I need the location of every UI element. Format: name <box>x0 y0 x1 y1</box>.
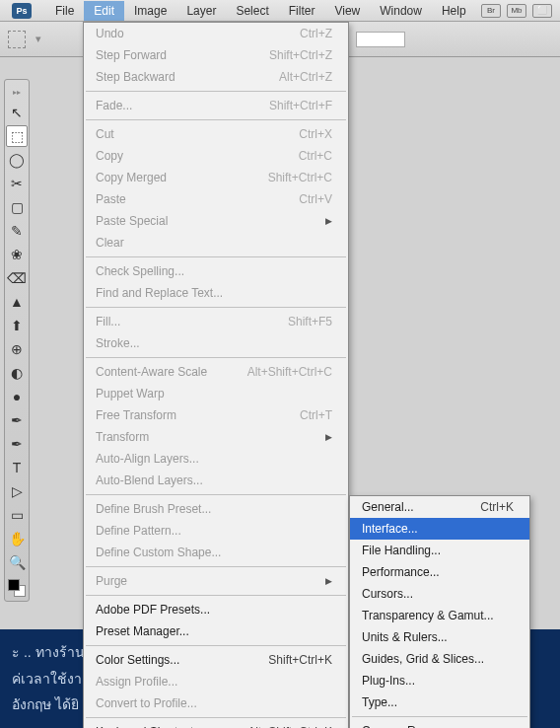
menu-item-label: Type... <box>362 695 514 709</box>
submenu-arrow-icon: ▶ <box>325 432 332 442</box>
menubar: Ps File Edit Image Layer Select Filter V… <box>0 0 560 22</box>
edit-menu-item: Puppet Warp <box>84 383 348 404</box>
edit-menu-item: Auto-Align Layers... <box>84 448 348 470</box>
edit-menu-item[interactable]: Color Settings...Shift+Ctrl+K <box>84 649 348 671</box>
menu-item-label: Step Backward <box>96 70 249 84</box>
menu-item-label: Guides, Grid & Slices... <box>362 652 514 666</box>
zoom-tool-icon[interactable]: 🔍 <box>6 551 28 573</box>
menu-item-label: Define Custom Shape... <box>96 546 332 559</box>
edit-menu-item: Transform▶ <box>84 426 348 448</box>
pref-submenu-item[interactable]: File Handling... <box>350 540 529 561</box>
edit-menu-item[interactable]: Keyboard Shortcuts...Alt+Shift+Ctrl+K <box>84 721 348 728</box>
menu-item-label: Units & Rulers... <box>362 630 514 644</box>
menu-edit[interactable]: Edit <box>84 1 124 21</box>
menu-filter[interactable]: Filter <box>279 1 325 21</box>
gradient-tool-icon[interactable]: ◐ <box>6 362 28 384</box>
pen-tool-icon[interactable]: ✒ <box>6 433 28 455</box>
menu-shortcut: Alt+Ctrl+Z <box>279 70 332 84</box>
color-swatch[interactable] <box>8 579 26 597</box>
move-tool-icon[interactable]: ↖ <box>6 102 28 123</box>
toolbox-grip-icon[interactable]: ▸▸ <box>4 84 30 100</box>
stamp-tool-icon[interactable]: ▲ <box>6 291 28 313</box>
menu-item-label: Camera Raw... <box>362 724 514 728</box>
menu-select[interactable]: Select <box>226 1 278 21</box>
path-tool-icon[interactable]: ▷ <box>6 480 28 502</box>
eyedropper-tool-icon[interactable]: ✎ <box>6 220 28 242</box>
menu-item-label: Define Brush Preset... <box>96 502 332 516</box>
menu-item-label: Free Transform <box>96 408 270 422</box>
edit-menu-item: Stroke... <box>84 332 348 354</box>
healing-tool-icon[interactable]: ❀ <box>6 244 28 265</box>
edit-menu-item[interactable]: Adobe PDF Presets... <box>84 599 348 620</box>
pref-submenu-item[interactable]: Guides, Grid & Slices... <box>350 648 529 670</box>
menu-item-label: Purge <box>96 574 314 588</box>
marquee-tool-icon[interactable]: ⬚ <box>6 125 28 147</box>
screenmode-icon[interactable]: ⬜ <box>532 4 552 18</box>
edit-menu-item: CutCtrl+X <box>84 123 348 145</box>
eraser-tool-icon[interactable]: ⊕ <box>6 338 28 360</box>
pref-submenu-item[interactable]: Camera Raw... <box>350 720 529 728</box>
pref-submenu-item[interactable]: Performance... <box>350 561 529 583</box>
menu-layer[interactable]: Layer <box>176 1 226 21</box>
history-brush-tool-icon[interactable]: ⬆ <box>6 315 28 336</box>
menu-shortcut: Ctrl+C <box>299 149 332 163</box>
menu-window[interactable]: Window <box>370 1 432 21</box>
dodge-tool-icon[interactable]: ✒ <box>6 409 28 431</box>
menu-item-label: Paste Special <box>96 214 314 228</box>
bridge-icon[interactable]: Br <box>481 4 501 18</box>
menu-item-label: Transform <box>96 430 314 444</box>
menu-shortcut: Shift+Ctrl+K <box>268 653 332 667</box>
menu-shortcut: Shift+Ctrl+C <box>268 171 332 184</box>
menu-item-label: Stroke... <box>96 336 332 350</box>
submenu-arrow-icon: ▶ <box>325 576 332 586</box>
hand-tool-icon[interactable]: ✋ <box>6 528 28 549</box>
submenu-arrow-icon: ▶ <box>325 216 332 226</box>
pref-submenu-item[interactable]: Plug-Ins... <box>350 670 529 692</box>
shape-tool-icon[interactable]: ▭ <box>6 504 28 526</box>
menu-view[interactable]: View <box>324 1 370 21</box>
pref-submenu-item[interactable]: Cursors... <box>350 583 529 605</box>
menu-item-label: Assign Profile... <box>96 675 332 689</box>
edit-menu-item: Paste Special▶ <box>84 210 348 232</box>
blur-tool-icon[interactable]: ● <box>6 386 28 407</box>
edit-menu-item: Define Brush Preset... <box>84 498 348 520</box>
width-input[interactable] <box>356 32 405 47</box>
menu-item-label: Convert to Profile... <box>96 696 332 710</box>
menu-file[interactable]: File <box>45 1 84 21</box>
edit-menu-item: Auto-Blend Layers... <box>84 470 348 491</box>
pref-submenu-item[interactable]: Type... <box>350 692 529 713</box>
menu-image[interactable]: Image <box>124 1 176 21</box>
pref-submenu-item[interactable]: Units & Rulers... <box>350 626 529 648</box>
lasso-tool-icon[interactable]: ◯ <box>6 149 28 171</box>
menu-item-label: Check Spelling... <box>96 264 332 278</box>
menu-item-label: Performance... <box>362 565 514 579</box>
quickselect-tool-icon[interactable]: ✂ <box>6 173 28 194</box>
edit-menu-item: Copy MergedShift+Ctrl+C <box>84 167 348 188</box>
menu-item-label: Copy Merged <box>96 171 239 184</box>
menu-help[interactable]: Help <box>432 1 476 21</box>
preferences-submenu: General...Ctrl+KInterface...File Handlin… <box>349 495 530 728</box>
menu-shortcut: Alt+Shift+Ctrl+C <box>247 365 332 379</box>
type-tool-icon[interactable]: T <box>6 457 28 478</box>
edit-menu-item: Step BackwardAlt+Ctrl+Z <box>84 66 348 88</box>
edit-menu-item: Assign Profile... <box>84 671 348 692</box>
minibridge-icon[interactable]: Mb <box>507 4 526 18</box>
menu-item-label: Fill... <box>96 315 258 328</box>
menu-item-label: Plug-Ins... <box>362 674 514 688</box>
pref-submenu-item[interactable]: General...Ctrl+K <box>350 496 529 518</box>
menu-shortcut: Shift+F5 <box>288 315 332 328</box>
menu-item-label: Color Settings... <box>96 653 239 667</box>
edit-menu-item[interactable]: Preset Manager... <box>84 620 348 642</box>
brush-tool-icon[interactable]: ⌫ <box>6 267 28 289</box>
menu-shortcut: Ctrl+T <box>300 408 332 422</box>
menu-item-label: General... <box>362 500 451 514</box>
menu-item-label: Cut <box>96 127 269 141</box>
menu-item-label: File Handling... <box>362 544 514 557</box>
edit-menu-item: Convert to Profile... <box>84 692 348 714</box>
tool-preset-icon[interactable] <box>8 31 26 48</box>
pref-submenu-item[interactable]: Transparency & Gamut... <box>350 605 529 626</box>
edit-menu-item: Clear <box>84 232 348 254</box>
crop-tool-icon[interactable]: ▢ <box>6 196 28 218</box>
pref-submenu-item[interactable]: Interface... <box>350 518 529 540</box>
menu-shortcut: Ctrl+K <box>480 500 514 514</box>
